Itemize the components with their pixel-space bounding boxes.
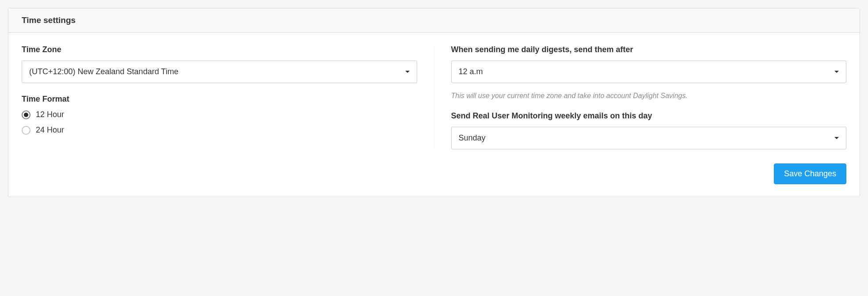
chevron-down-icon	[834, 70, 839, 74]
radio-12-hour[interactable]: 12 Hour	[22, 110, 417, 119]
timeformat-radio-group: 12 Hour 24 Hour	[22, 110, 417, 135]
radio-24-label: 24 Hour	[36, 125, 64, 135]
radio-12-label: 12 Hour	[36, 110, 64, 119]
timezone-select[interactable]: (UTC+12:00) New Zealand Standard Time	[22, 61, 417, 83]
panel-body: Time Zone (UTC+12:00) New Zealand Standa…	[8, 33, 860, 163]
time-settings-panel: Time settings Time Zone (UTC+12:00) New …	[8, 8, 860, 197]
digest-time-label: When sending me daily digests, send them…	[451, 45, 847, 54]
right-column: When sending me daily digests, send them…	[434, 45, 847, 149]
digest-helper-text: This will use your current time zone and…	[451, 92, 847, 100]
left-column: Time Zone (UTC+12:00) New Zealand Standa…	[22, 45, 434, 149]
chevron-down-icon	[405, 70, 410, 74]
timeformat-label: Time Format	[22, 95, 417, 104]
rum-day-label: Send Real User Monitoring weekly emails …	[451, 111, 847, 121]
panel-title: Time settings	[8, 8, 860, 33]
radio-24-hour[interactable]: 24 Hour	[22, 125, 417, 135]
timezone-label: Time Zone	[22, 45, 417, 54]
radio-icon	[22, 110, 30, 119]
digest-time-select[interactable]: 12 a.m	[451, 61, 847, 83]
rum-day-value: Sunday	[459, 133, 486, 143]
chevron-down-icon	[834, 137, 839, 140]
rum-day-select[interactable]: Sunday	[451, 127, 847, 149]
save-changes-button[interactable]: Save Changes	[774, 163, 846, 184]
timezone-value: (UTC+12:00) New Zealand Standard Time	[29, 67, 179, 76]
radio-icon	[22, 126, 30, 135]
digest-time-value: 12 a.m	[459, 67, 483, 76]
panel-footer: Save Changes	[8, 163, 860, 197]
